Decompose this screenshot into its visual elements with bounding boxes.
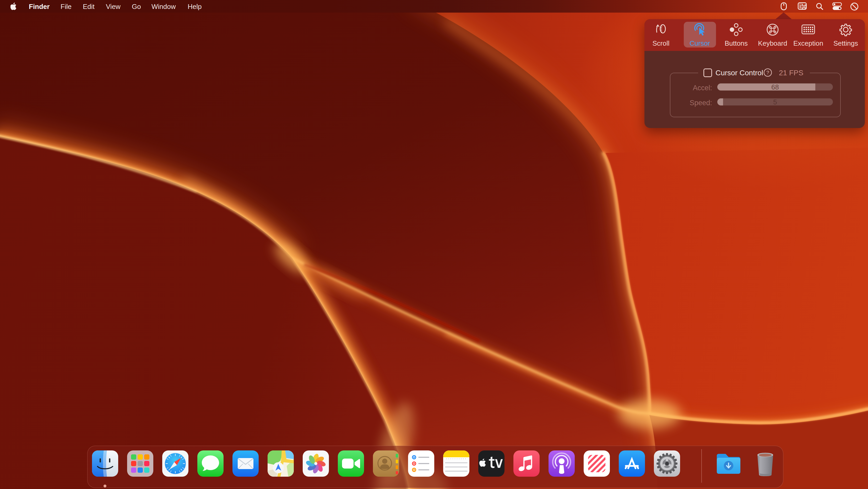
svg-text:?: ? xyxy=(766,70,769,75)
